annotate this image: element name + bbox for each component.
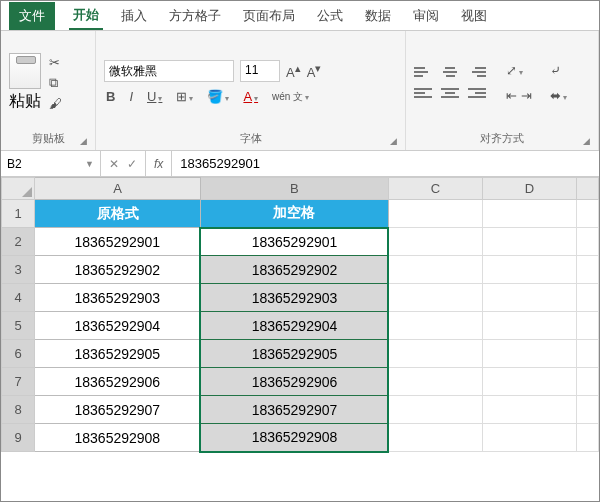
tab-3[interactable]: 方方格子 bbox=[165, 3, 225, 29]
cell-D5[interactable] bbox=[482, 312, 576, 340]
worksheet[interactable]: ABCD1原格式加空格21836529290118365292901318365… bbox=[1, 177, 599, 453]
name-box[interactable]: B2▼ bbox=[1, 151, 101, 176]
cell-B4[interactable]: 18365292903 bbox=[200, 284, 388, 312]
cell-D2[interactable] bbox=[482, 228, 576, 256]
align-left[interactable] bbox=[414, 85, 432, 101]
cell-C6[interactable] bbox=[388, 340, 482, 368]
cell-A9[interactable]: 18365292908 bbox=[35, 424, 201, 452]
cell-A5[interactable]: 18365292904 bbox=[35, 312, 201, 340]
dialog-launcher-icon[interactable]: ◢ bbox=[390, 136, 397, 146]
col-header-A[interactable]: A bbox=[35, 178, 201, 200]
row-header-7[interactable]: 7 bbox=[2, 368, 35, 396]
format-painter-icon[interactable]: 🖌 bbox=[49, 96, 62, 111]
row-header-8[interactable]: 8 bbox=[2, 396, 35, 424]
cell-A6[interactable]: 18365292905 bbox=[35, 340, 201, 368]
cell-B3[interactable]: 18365292902 bbox=[200, 256, 388, 284]
orientation-button[interactable]: ⤢ bbox=[506, 63, 532, 78]
cell-C2[interactable] bbox=[388, 228, 482, 256]
tab-8[interactable]: 视图 bbox=[457, 3, 491, 29]
dialog-launcher-icon[interactable]: ◢ bbox=[583, 136, 590, 146]
ribbon-group-align: ⤢ ⇤ ⇥ ⤶ ⬌ 对齐方式◢ bbox=[406, 31, 599, 150]
cell-D1[interactable] bbox=[482, 200, 576, 228]
dialog-launcher-icon[interactable]: ◢ bbox=[80, 136, 87, 146]
cell-D3[interactable] bbox=[482, 256, 576, 284]
row-header-1[interactable]: 1 bbox=[2, 200, 35, 228]
row-header-9[interactable]: 9 bbox=[2, 424, 35, 452]
cell-D8[interactable] bbox=[482, 396, 576, 424]
cancel-formula-icon[interactable]: ✕ bbox=[109, 157, 119, 171]
align-top-left[interactable] bbox=[414, 64, 432, 80]
tab-4[interactable]: 页面布局 bbox=[239, 3, 299, 29]
row-header-6[interactable]: 6 bbox=[2, 340, 35, 368]
decrease-font-icon[interactable]: A▾ bbox=[307, 62, 322, 80]
cell-A2[interactable]: 18365292901 bbox=[35, 228, 201, 256]
ribbon: 粘贴 ✂ ⧉ 🖌 剪贴板◢ 微软雅黑 11 A▴ A▾ B I bbox=[1, 31, 599, 151]
indent-decrease-button[interactable]: ⇤ ⇥ bbox=[506, 88, 532, 103]
cell-D9[interactable] bbox=[482, 424, 576, 452]
cell-C8[interactable] bbox=[388, 396, 482, 424]
cell-B1[interactable]: 加空格 bbox=[200, 200, 388, 228]
cell-A8[interactable]: 18365292907 bbox=[35, 396, 201, 424]
cell-C9[interactable] bbox=[388, 424, 482, 452]
align-right[interactable] bbox=[468, 85, 486, 101]
cell-D6[interactable] bbox=[482, 340, 576, 368]
phonetic-button[interactable]: wén 文 bbox=[270, 91, 311, 103]
cell-C1[interactable] bbox=[388, 200, 482, 228]
paste-button[interactable]: 粘贴 bbox=[9, 53, 41, 112]
row-header-4[interactable]: 4 bbox=[2, 284, 35, 312]
cell-B7[interactable]: 18365292906 bbox=[200, 368, 388, 396]
wrap-text-button[interactable]: ⤶ bbox=[550, 63, 567, 78]
align-top-right[interactable] bbox=[468, 64, 486, 80]
col-header-D[interactable]: D bbox=[482, 178, 576, 200]
fill-color-button[interactable]: 🪣 bbox=[205, 88, 231, 105]
underline-button[interactable]: U bbox=[145, 88, 164, 105]
copy-icon[interactable]: ⧉ bbox=[49, 75, 62, 91]
paste-label: 粘贴 bbox=[9, 91, 41, 112]
cell-B5[interactable]: 18365292904 bbox=[200, 312, 388, 340]
cell-A7[interactable]: 18365292906 bbox=[35, 368, 201, 396]
tab-6[interactable]: 数据 bbox=[361, 3, 395, 29]
cell-A1[interactable]: 原格式 bbox=[35, 200, 201, 228]
cell-D7[interactable] bbox=[482, 368, 576, 396]
font-size-select[interactable]: 11 bbox=[240, 60, 280, 82]
cell-D4[interactable] bbox=[482, 284, 576, 312]
tab-7[interactable]: 审阅 bbox=[409, 3, 443, 29]
tab-5[interactable]: 公式 bbox=[313, 3, 347, 29]
merge-button[interactable]: ⬌ bbox=[550, 88, 567, 103]
col-header-B[interactable]: B bbox=[200, 178, 388, 200]
select-all-corner[interactable] bbox=[2, 178, 35, 200]
group-label: 字体 bbox=[240, 132, 262, 144]
enter-formula-icon[interactable]: ✓ bbox=[127, 157, 137, 171]
tab-1[interactable]: 开始 bbox=[69, 2, 103, 30]
row-header-5[interactable]: 5 bbox=[2, 312, 35, 340]
cell-A4[interactable]: 18365292903 bbox=[35, 284, 201, 312]
row-header-2[interactable]: 2 bbox=[2, 228, 35, 256]
cell-C4[interactable] bbox=[388, 284, 482, 312]
cell-C3[interactable] bbox=[388, 256, 482, 284]
tab-2[interactable]: 插入 bbox=[117, 3, 151, 29]
cell-B6[interactable]: 18365292905 bbox=[200, 340, 388, 368]
cell-B8[interactable]: 18365292907 bbox=[200, 396, 388, 424]
tab-0[interactable]: 文件 bbox=[9, 2, 55, 30]
cell-B2[interactable]: 18365292901 bbox=[200, 228, 388, 256]
cell-B9[interactable]: 18365292908 bbox=[200, 424, 388, 452]
fx-icon[interactable]: fx bbox=[146, 151, 172, 176]
cell-C5[interactable] bbox=[388, 312, 482, 340]
formula-input[interactable]: 18365292901 bbox=[172, 151, 599, 176]
border-button[interactable]: ⊞ bbox=[174, 88, 195, 105]
cell-A3[interactable]: 18365292902 bbox=[35, 256, 201, 284]
align-grid bbox=[414, 64, 488, 101]
col-header-C[interactable]: C bbox=[388, 178, 482, 200]
align-center[interactable] bbox=[441, 85, 459, 101]
name-box-value: B2 bbox=[7, 157, 22, 171]
ribbon-group-font: 微软雅黑 11 A▴ A▾ B I U ⊞ 🪣 A wén 文 字体◢ bbox=[96, 31, 406, 150]
cut-icon[interactable]: ✂ bbox=[49, 55, 62, 70]
cell-C7[interactable] bbox=[388, 368, 482, 396]
font-color-button[interactable]: A bbox=[241, 88, 260, 105]
align-top-center[interactable] bbox=[441, 64, 459, 80]
bold-button[interactable]: B bbox=[104, 88, 117, 105]
font-family-select[interactable]: 微软雅黑 bbox=[104, 60, 234, 82]
increase-font-icon[interactable]: A▴ bbox=[286, 62, 301, 80]
italic-button[interactable]: I bbox=[127, 88, 135, 105]
row-header-3[interactable]: 3 bbox=[2, 256, 35, 284]
